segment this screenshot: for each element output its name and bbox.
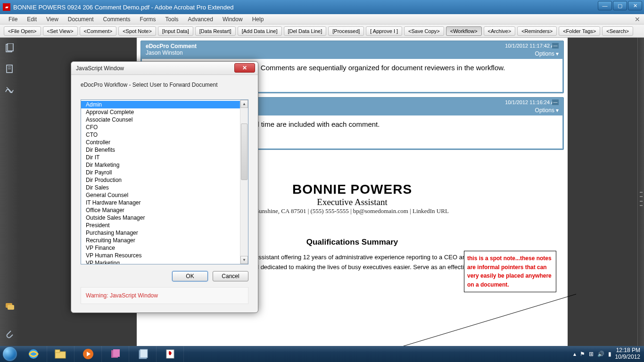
clock[interactable]: 12:18 PM 10/9/2012 — [615, 347, 640, 361]
list-item[interactable]: Office Manager — [81, 206, 240, 214]
menu-tools[interactable]: Tools — [161, 15, 183, 24]
menu-view[interactable]: View — [41, 15, 63, 24]
list-item[interactable]: Purchasing Manager — [81, 229, 240, 237]
dialog-close-button[interactable]: ✕ — [234, 63, 255, 73]
toolbar-reminders[interactable]: <Reminders> — [517, 26, 557, 36]
list-item[interactable]: General Counsel — [81, 191, 240, 199]
bookmarks-icon[interactable] — [5, 64, 14, 74]
menu-comments[interactable]: Comments — [99, 15, 135, 24]
toolbar-setview[interactable]: <Set View> — [43, 26, 78, 36]
chevron-down-icon: ▾ — [556, 107, 559, 114]
arrow-line — [358, 292, 580, 346]
menu-advanced[interactable]: Advanced — [183, 15, 218, 24]
list-item[interactable]: VP Marketing — [81, 259, 240, 264]
toolbar-fileopen[interactable]: <File Open> — [4, 26, 41, 36]
taskbar-acrobat-icon[interactable] — [157, 346, 184, 362]
volume-icon[interactable]: 🔊 — [597, 351, 604, 357]
toolbar-workflow[interactable]: <Workflow> — [446, 26, 482, 36]
minimize-button[interactable]: ― — [598, 1, 612, 10]
list-item[interactable]: VP Finance — [81, 244, 240, 252]
dialog-title: JavaScript Window ✕ — [71, 62, 258, 75]
spot-note[interactable]: this is a spot note...these notes are in… — [464, 251, 556, 292]
list-item[interactable]: Outside Sales Manager — [81, 214, 240, 222]
svg-rect-12 — [55, 350, 60, 353]
comment-options[interactable]: Options — [535, 107, 554, 114]
taskbar-explorer-icon[interactable] — [47, 346, 74, 362]
collapse-icon[interactable]: — — [552, 43, 559, 49]
pages-icon[interactable] — [5, 43, 14, 53]
signatures-icon[interactable] — [5, 85, 14, 94]
list-item[interactable]: Admin — [81, 101, 240, 108]
toolbar-foldertags[interactable]: <Folder Tags> — [559, 26, 600, 36]
user-listbox[interactable]: AdminApproval CompleteAssociate CounselC… — [81, 99, 248, 264]
menu-edit[interactable]: Edit — [22, 15, 41, 24]
list-item[interactable]: Controller — [81, 139, 240, 146]
list-item[interactable]: Dir Payroll — [81, 169, 240, 176]
toolbar-approvei[interactable]: [ Approve I ] — [366, 26, 402, 36]
scroll-thumb[interactable] — [241, 123, 248, 180]
list-item[interactable]: VP Human Resources — [81, 252, 240, 259]
toolbar-comment[interactable]: <Comment> — [80, 26, 117, 36]
svg-rect-18 — [140, 349, 148, 358]
toolbar: <File Open><Set View><Comment><Spot Note… — [0, 25, 644, 38]
taskbar-ie-icon[interactable] — [20, 346, 47, 362]
list-item[interactable]: Dir Production — [81, 176, 240, 184]
list-item[interactable]: Dir IT — [81, 154, 240, 161]
flag-icon[interactable]: ⚑ — [580, 351, 585, 357]
menu-help[interactable]: Help — [248, 15, 269, 24]
attachments-icon[interactable] — [5, 329, 14, 338]
close-button[interactable]: ✕ — [628, 1, 642, 10]
clock-time: 12:18 PM — [615, 347, 640, 354]
svg-rect-1 — [8, 43, 13, 51]
comment-options[interactable]: Options — [535, 50, 554, 57]
list-item[interactable]: Associate Counsel — [81, 116, 240, 123]
scroll-down-button[interactable]: ▼ — [240, 256, 248, 264]
taskbar-media-icon[interactable] — [74, 346, 102, 362]
scroll-up-button[interactable]: ▲ — [240, 100, 248, 108]
list-item[interactable]: Recruiting Manager — [81, 237, 240, 244]
app-icon: ▰ — [3, 3, 10, 11]
list-item[interactable]: CTO — [81, 131, 240, 139]
list-item[interactable]: Approval Complete — [81, 108, 240, 116]
menu-forms[interactable]: Forms — [135, 15, 161, 24]
taskbar-app1-icon[interactable] — [102, 346, 129, 362]
list-item[interactable]: CFO — [81, 123, 240, 131]
comment-author: Jason Winston — [146, 49, 183, 56]
network-icon[interactable]: ⊞ — [589, 351, 594, 357]
svg-line-8 — [363, 294, 576, 346]
menu-window[interactable]: Window — [218, 15, 248, 24]
list-item[interactable]: President — [81, 222, 240, 229]
taskbar-app2-icon[interactable] — [129, 346, 157, 362]
window-title: BONNIE POWERS 0924 206 Comment Demo.pdf … — [13, 4, 234, 11]
battery-icon[interactable]: ▮ — [608, 351, 611, 357]
dialog-label: eDocPro Workflow - Select User to Forwar… — [81, 82, 248, 88]
scrollbar[interactable]: ▲ ▼ — [240, 100, 248, 264]
toolbar-processed[interactable]: [Processed] — [328, 26, 364, 36]
toolbar-adddataline[interactable]: [Add Data Line] — [238, 26, 282, 36]
menu-file[interactable]: File — [4, 15, 22, 24]
list-item[interactable]: IT Hardware Manager — [81, 199, 240, 206]
comments-icon[interactable] — [5, 302, 14, 311]
menu-document[interactable]: Document — [63, 15, 99, 24]
ok-button[interactable]: OK — [172, 271, 208, 281]
svg-rect-16 — [113, 349, 120, 357]
show-hidden-icon[interactable]: ▴ — [573, 351, 576, 357]
right-panel-grip[interactable] — [637, 38, 644, 346]
toolbar-archive[interactable]: <Archive> — [484, 26, 516, 36]
start-button[interactable] — [0, 346, 20, 362]
maximize-button[interactable]: ▢ — [613, 1, 627, 10]
list-item[interactable]: Dir Sales — [81, 184, 240, 191]
toolbar-datarestart[interactable]: [Data Restart] — [195, 26, 236, 36]
list-item[interactable]: Dir Benefits — [81, 146, 240, 154]
toolbar-savecopy[interactable]: <Save Copy> — [404, 26, 444, 36]
taskbar: ▴ ⚑ ⊞ 🔊 ▮ 12:18 PM 10/9/2012 — [0, 346, 644, 362]
toolbar-deldataline[interactable]: [Del Data Line] — [284, 26, 327, 36]
dialog-warning: Warning: JavaScript Window — [81, 287, 248, 304]
collapse-icon[interactable]: — — [552, 99, 559, 105]
doc-close-icon[interactable]: ✕ — [635, 16, 640, 23]
toolbar-spotnote[interactable]: <Spot Note> — [118, 26, 156, 36]
list-item[interactable]: Dir Marketing — [81, 161, 240, 169]
cancel-button[interactable]: Cancel — [213, 271, 248, 281]
toolbar-search[interactable]: <Search> — [602, 26, 633, 36]
toolbar-inputdata[interactable]: [Input Data] — [158, 26, 193, 36]
